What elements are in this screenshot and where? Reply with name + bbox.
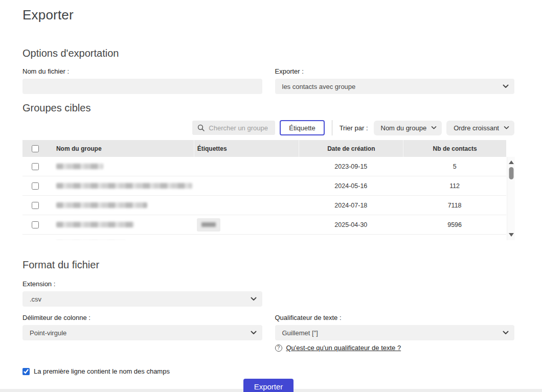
- sort-field-select[interactable]: Nom du groupe: [374, 121, 442, 135]
- export-target-label: Exporter :: [275, 67, 515, 75]
- redacted-group-name: [56, 222, 134, 227]
- table-scrollbar[interactable]: [507, 157, 515, 240]
- page-title: Exporter: [22, 7, 514, 23]
- first-line-label: La première ligne contient le nom des ch…: [34, 367, 170, 375]
- cell-date: 2024-05-16: [299, 182, 403, 190]
- cell-date: 2024-07-18: [299, 202, 403, 209]
- delimiter-label: Délimiteur de colonne :: [22, 314, 262, 321]
- extension-label: Extension :: [22, 280, 262, 288]
- table-row: 2024-07-18 7118: [22, 196, 506, 215]
- cell-contacts: 5: [403, 163, 506, 170]
- chevron-down-icon: [431, 126, 437, 130]
- tag-chip: [197, 218, 220, 232]
- scrollbar-thumb[interactable]: [509, 167, 513, 179]
- filename-label: Nom du fichier :: [22, 67, 262, 75]
- column-header-name: Nom du groupe: [48, 145, 194, 152]
- groups-table-header: Nom du groupe Étiquettes Date de créatio…: [22, 140, 506, 157]
- delimiter-select[interactable]: Point-virgule: [22, 325, 262, 340]
- extension-value: .csv: [30, 295, 41, 303]
- column-header-tags: Étiquettes: [194, 140, 299, 157]
- format-section-heading: Format du fichier: [22, 259, 514, 271]
- group-search-input[interactable]: [209, 124, 270, 132]
- export-page: Exporter Options d'exportation Nom du fi…: [0, 0, 542, 392]
- select-all-checkbox[interactable]: [32, 145, 39, 152]
- cell-date: 2025-04-30: [299, 221, 403, 228]
- group-search-box[interactable]: [192, 121, 275, 135]
- qualifier-help-link[interactable]: Qu'est-ce qu'un qualificateur de texte ?: [286, 344, 401, 352]
- column-header-contacts: Nb de contacts: [403, 140, 506, 157]
- row-checkbox[interactable]: [32, 182, 39, 190]
- column-header-date: Date de création: [299, 140, 403, 157]
- scroll-down-icon[interactable]: [509, 233, 514, 237]
- sort-order-value: Ordre croissant: [454, 124, 499, 132]
- chevron-down-icon: [503, 331, 509, 335]
- redacted-group-name: [56, 183, 192, 189]
- row-checkbox[interactable]: [32, 202, 39, 209]
- chevron-down-icon: [503, 84, 509, 88]
- redacted-group-name: [56, 202, 147, 208]
- sort-field-value: Nom du groupe: [381, 124, 427, 132]
- search-icon: [197, 124, 205, 131]
- export-target-select[interactable]: les contacts avec groupe: [275, 79, 515, 94]
- groups-table: Nom du groupe Étiquettes Date de créatio…: [22, 140, 515, 240]
- table-row: 2025-04-30 9596: [22, 215, 506, 235]
- cell-contacts: 7118: [403, 202, 506, 209]
- tag-filter-button[interactable]: Étiquette: [280, 120, 324, 135]
- qualifier-select[interactable]: Guillemet ["]: [275, 325, 515, 340]
- qualifier-label: Qualificateur de texte :: [275, 314, 515, 321]
- table-row: 2024-12-19 84: [22, 235, 506, 240]
- extension-select[interactable]: .csv: [22, 291, 262, 307]
- table-row: 2023-09-15 5: [22, 157, 506, 176]
- help-icon: ?: [275, 344, 282, 352]
- scroll-up-icon[interactable]: [509, 160, 514, 164]
- row-checkbox[interactable]: [32, 163, 39, 170]
- export-button[interactable]: Exporter: [243, 379, 294, 392]
- redacted-tag-label: [201, 222, 216, 227]
- toolbar-divider: [332, 120, 332, 135]
- chevron-down-icon: [251, 297, 257, 301]
- groups-section-heading: Groupes cibles: [22, 102, 514, 114]
- sort-by-label: Trier par :: [340, 124, 368, 132]
- export-target-value: les contacts avec groupe: [282, 83, 356, 90]
- group-filter-toolbar: Étiquette Trier par : Nom du groupe Ordr…: [22, 120, 514, 135]
- sort-order-select[interactable]: Ordre croissant: [446, 121, 514, 135]
- row-checkbox[interactable]: [32, 221, 39, 228]
- options-section-heading: Options d'exportation: [22, 48, 514, 59]
- first-line-checkbox[interactable]: [22, 368, 30, 375]
- cell-date: 2023-09-15: [299, 163, 403, 170]
- filename-input[interactable]: [22, 79, 262, 94]
- chevron-down-icon: [504, 126, 509, 130]
- chevron-down-icon: [251, 331, 257, 335]
- delimiter-value: Point-virgule: [30, 329, 66, 337]
- group-table-body: 2023-09-15 5 2024-05-16 112 2024-07-18 7…: [22, 157, 506, 240]
- cell-contacts: 9596: [403, 221, 506, 228]
- qualifier-value: Guillemet ["]: [282, 329, 318, 337]
- cell-contacts: 112: [403, 182, 506, 190]
- redacted-group-name: [56, 164, 103, 169]
- table-row: 2024-05-16 112: [22, 176, 506, 196]
